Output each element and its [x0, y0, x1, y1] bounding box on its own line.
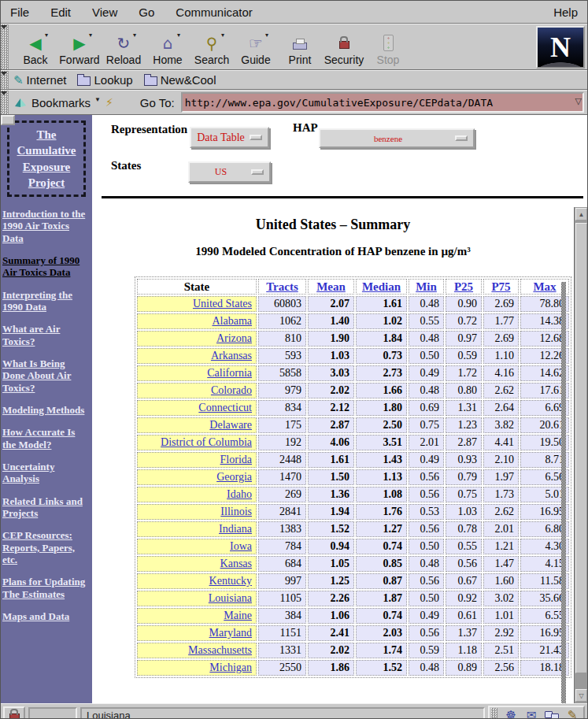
state-link[interactable]: District of Columbia [161, 436, 252, 448]
sort-link[interactable]: P75 [491, 280, 510, 293]
state-link[interactable]: Connecticut [198, 402, 252, 413]
column-header-median[interactable]: Median [356, 279, 407, 295]
sort-link[interactable]: Median [362, 280, 401, 293]
menu-file[interactable]: File [10, 6, 29, 19]
column-header-tracts[interactable]: Tracts [258, 279, 306, 295]
navigator-icon[interactable]: ☸ [501, 707, 520, 719]
netscape-logo[interactable]: N [536, 26, 585, 69]
search-button[interactable]: ⚲▾Search [190, 27, 234, 68]
value-cell: 2.87 [308, 417, 354, 433]
menu-communicator[interactable]: Communicator [176, 6, 253, 19]
state-link[interactable]: Arizona [216, 332, 252, 344]
bookmarks-menu[interactable]: Bookmarks ▼ [13, 96, 101, 109]
state-cell: United States [137, 296, 257, 312]
sidebar-scroll-corner[interactable] [1, 115, 15, 125]
sidebar-link[interactable]: Summary of 1990 Air Toxics Data [2, 254, 90, 279]
table-row: Massachusetts13312.021.740.591.182.5121.… [137, 643, 569, 658]
column-header-min[interactable]: Min [409, 279, 444, 295]
value-cell: 1.60 [483, 573, 519, 589]
state-link[interactable]: Kansas [220, 558, 252, 569]
state-link[interactable]: Alabama [212, 315, 252, 327]
state-link[interactable]: Illinois [220, 506, 252, 517]
composer-icon[interactable]: ✎ [563, 707, 582, 719]
column-header-p75[interactable]: P75 [483, 279, 519, 295]
value-cell: 1.18 [446, 643, 482, 658]
state-link[interactable]: Maryland [209, 627, 252, 639]
mailbox-icon[interactable]: ✉ [522, 707, 541, 719]
state-link[interactable]: Colorado [211, 384, 252, 396]
print-button[interactable]: Print [278, 27, 322, 68]
states-dropdown[interactable]: US [188, 161, 271, 183]
state-link[interactable]: Massachusetts [188, 644, 252, 656]
value-cell: 2841 [258, 504, 306, 520]
sidebar-link[interactable]: Uncertainty Analysis [2, 461, 90, 485]
vertical-scrollbar[interactable]: ▲ ▽ [574, 207, 587, 703]
security-lock-button[interactable] [3, 706, 25, 719]
sidebar-link[interactable]: Modeling Methods [2, 404, 90, 416]
sidebar-link[interactable]: Introduction to the 1990 Air Toxics Data [2, 208, 90, 244]
forward-button[interactable]: ▶▾Forward [57, 27, 102, 68]
state-link[interactable]: Georgia [216, 471, 252, 483]
sidebar-link[interactable]: Related Links and Projects [2, 495, 90, 520]
state-link[interactable]: Maine [224, 610, 252, 621]
sort-link[interactable]: Tracts [266, 280, 298, 293]
reload-button[interactable]: ↻▾Reload [102, 27, 146, 68]
menu-help[interactable]: Help [553, 6, 578, 19]
sidebar-link[interactable]: How Accurate Is the Model? [2, 426, 90, 450]
personal-toolbar-internet[interactable]: ✎Internet [13, 73, 66, 87]
stop-button[interactable]: Stop [366, 27, 410, 68]
component-bar-grip[interactable] [491, 708, 497, 719]
guide-button[interactable]: ☞▾Guide [234, 27, 278, 68]
toolbar-grip[interactable] [1, 91, 9, 114]
discussions-icon[interactable] [542, 707, 561, 719]
url-input[interactable] [183, 97, 582, 109]
sidebar-link[interactable]: Maps and Data [2, 610, 90, 622]
state-cell: Iowa [137, 539, 257, 554]
sort-link[interactable]: Min [416, 280, 437, 293]
toolbar-grip[interactable] [1, 24, 9, 69]
state-link[interactable]: Idaho [227, 488, 252, 500]
home-button[interactable]: ⌂▾Home [146, 27, 190, 68]
state-link[interactable]: Florida [220, 454, 252, 465]
state-link[interactable]: Arkansas [211, 350, 252, 361]
sidebar-link[interactable]: What Is Being Done About Air Toxics? [2, 358, 90, 394]
sidebar-link[interactable]: CEP Resources: Reports, Papers, etc. [2, 529, 90, 565]
scrollbar-thumb[interactable] [575, 223, 587, 673]
state-link[interactable]: Louisiana [209, 592, 252, 604]
sidebar-link[interactable]: Plans for Updating The Estimates [2, 576, 90, 600]
quickfile-icon[interactable]: ⚡ [105, 96, 113, 109]
sort-link[interactable]: Mean [316, 280, 346, 293]
representation-dropdown[interactable]: Data Table [190, 127, 269, 148]
hap-dropdown[interactable]: benzene [319, 128, 475, 148]
value-cell: 0.49 [409, 365, 444, 381]
toolbar-grip[interactable] [1, 71, 9, 89]
state-link[interactable]: California [207, 367, 252, 379]
url-history-dropdown[interactable]: ▽ [575, 96, 582, 106]
hap-label: HAP [293, 121, 318, 135]
menu-go[interactable]: Go [139, 6, 154, 19]
personal-toolbar-newcool[interactable]: New&Cool [144, 73, 216, 87]
personal-toolbar-lookup[interactable]: Lookup [77, 73, 132, 87]
sidebar-link[interactable]: Interpreting the 1990 Data [2, 289, 90, 313]
back-button[interactable]: ◀▾Back [13, 27, 57, 68]
sidebar-links: Introduction to the 1990 Air Toxics Data… [1, 208, 92, 622]
table-row: Maine3841.060.740.490.611.016.55 [137, 608, 569, 624]
state-link[interactable]: Kentucky [209, 575, 252, 587]
scrollbar-up-arrow[interactable]: ▲ [575, 208, 587, 221]
state-link[interactable]: Indiana [219, 523, 252, 535]
state-link[interactable]: Iowa [230, 540, 252, 552]
state-link[interactable]: Delaware [209, 419, 252, 431]
security-button[interactable]: Security [322, 27, 366, 68]
state-link[interactable]: United States [193, 298, 252, 309]
value-cell: 2.51 [483, 643, 519, 658]
column-header-p25[interactable]: P25 [446, 279, 482, 295]
menu-edit[interactable]: Edit [50, 6, 71, 19]
column-header-mean[interactable]: Mean [308, 279, 354, 295]
state-link[interactable]: Michigan [209, 662, 252, 673]
sidebar-link[interactable]: What are Air Toxics? [2, 323, 90, 347]
sort-link[interactable]: Max [533, 280, 556, 293]
menu-view[interactable]: View [92, 6, 117, 19]
scrollbar-down-arrow[interactable]: ▽ [575, 689, 587, 702]
sidebar-title-link[interactable]: The Cumulative Exposure Project [7, 120, 86, 197]
sort-link[interactable]: P25 [454, 280, 473, 293]
